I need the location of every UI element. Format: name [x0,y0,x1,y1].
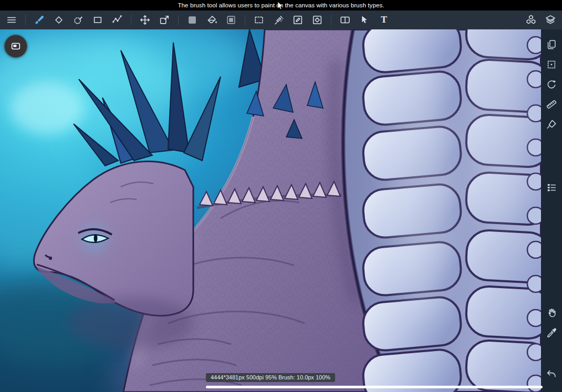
undo-icon [546,368,557,379]
reference-window-button[interactable] [4,35,27,58]
brush-icon [34,14,45,26]
toolbar-divider [25,15,26,25]
airbrush-icon [273,14,284,26]
pattern-swatch-button[interactable] [222,12,240,28]
main-toolbar: T [0,10,562,29]
toolbar-divider [331,15,331,25]
3d-shapes-icon [525,14,537,26]
layer-list-button[interactable] [542,177,561,197]
color-swatch-button[interactable] [183,12,201,28]
hand-icon [546,307,557,319]
pencil-square-icon [292,14,304,26]
right-sidebar [541,29,562,392]
split-view-button[interactable] [336,12,354,28]
fill-bucket-icon [206,14,217,26]
layer-list-icon [546,182,557,193]
erase-square-icon [311,14,323,26]
menu-icon [6,14,17,26]
layers-button[interactable] [542,12,559,28]
layer-thumbnail-icon [546,162,557,173]
scraper-icon [546,119,557,130]
erase-area-tool-button[interactable] [308,12,326,28]
eyedropper-icon [546,327,557,338]
pointer-select-icon [359,14,370,26]
scraper-button[interactable] [542,114,561,134]
selection-rectangle-icon [253,14,265,26]
rotate-canvas-button[interactable] [542,75,561,94]
select-area-icon [546,59,557,70]
ruler-icon [546,99,557,110]
dragon-artwork [0,29,541,392]
toolbar-divider [131,15,131,25]
layer-thumbnail-button[interactable] [542,157,561,177]
ruler-button[interactable] [542,94,561,114]
layers-icon [545,14,556,26]
pointer-select-button[interactable] [356,12,373,28]
status-text: 4444*3481px 500dpi 95% Brush: 10.0px 100… [211,374,330,380]
move-tool-button[interactable] [136,12,154,28]
move-icon [139,14,151,26]
brush-tool-button[interactable] [30,12,48,28]
menu-button[interactable] [3,12,20,28]
toolbar-divider [245,15,245,25]
polyline-icon [111,14,123,26]
vector-line-tool-button[interactable] [108,12,126,28]
eyedropper-button[interactable] [542,323,561,343]
mouse-cursor [277,2,284,9]
drawing-canvas[interactable] [0,29,541,392]
rotate-icon [546,79,557,90]
transform-tool-button[interactable] [155,12,173,28]
eraser-tool-button[interactable] [50,12,68,28]
select-area-button[interactable] [542,55,561,75]
pan-hand-button[interactable] [542,303,561,323]
text-tool-button[interactable]: T [375,12,393,28]
fill-bucket-button[interactable] [203,12,221,28]
undo-button[interactable] [542,364,561,384]
pencil-edit-tool-button[interactable] [289,12,307,28]
text-tool-glyph: T [381,16,387,24]
color-palette-icon [546,202,557,213]
reference-window-icon [10,40,22,52]
app-window: The brush tool allows users to paint on … [0,0,562,392]
color-swatch-icon [186,14,198,26]
split-view-icon [339,14,351,26]
pattern-swatch-icon [225,14,237,26]
smudge-tool-button[interactable] [69,12,87,28]
pages-icon [546,39,557,50]
smudge-icon [72,14,84,26]
color-palette-button[interactable] [542,197,561,217]
horizontal-scrollbar[interactable] [206,386,543,388]
rectangle-shape-tool-button[interactable] [89,12,107,28]
toolbar-divider [178,15,179,25]
eraser-icon [53,14,65,26]
3d-shapes-button[interactable] [522,12,540,28]
transform-icon [159,14,170,26]
canvas-status-bar: 4444*3481px 500dpi 95% Brush: 10.0px 100… [206,373,335,382]
pages-button[interactable] [542,35,561,55]
rectangle-select-button[interactable] [250,12,268,28]
airbrush-tool-button[interactable] [269,12,287,28]
rectangle-icon [92,14,103,26]
